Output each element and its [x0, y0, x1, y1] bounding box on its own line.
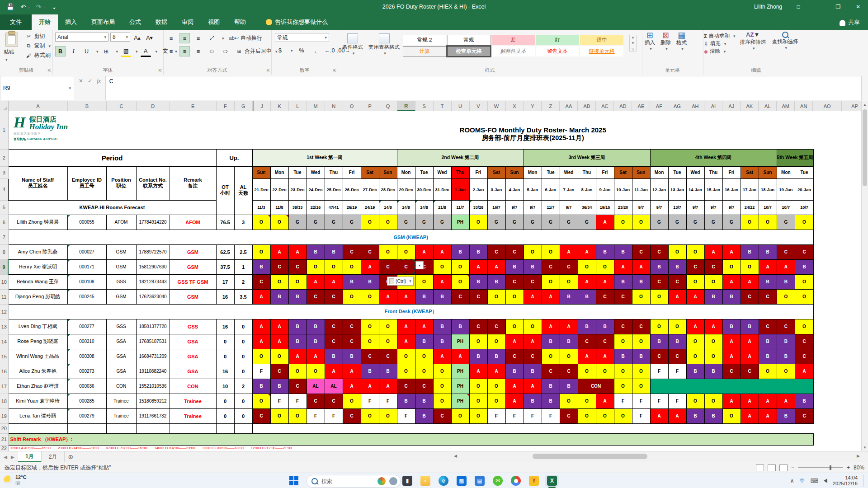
- column-header-AH[interactable]: AH: [686, 101, 704, 111]
- shift-cell[interactable]: G: [524, 215, 542, 230]
- shift-cell[interactable]: PH: [451, 334, 469, 349]
- shift-cell[interactable]: B: [524, 259, 542, 274]
- page-break-view-icon[interactable]: [779, 465, 788, 471]
- forecast-18-Jan[interactable]: 10/7: [759, 200, 777, 215]
- maximize-button[interactable]: ❐: [828, 0, 848, 14]
- column-header-AJ[interactable]: AJ: [722, 101, 741, 111]
- shift-cell[interactable]: B: [343, 349, 361, 364]
- shift-cell[interactable]: C: [288, 379, 307, 394]
- shift-cell[interactable]: O: [722, 259, 741, 274]
- forecast-27-Dec[interactable]: 24/19: [361, 200, 379, 215]
- shift-cell[interactable]: O: [795, 289, 814, 304]
- shift-cell[interactable]: B: [325, 349, 343, 364]
- staff-al[interactable]: 0: [234, 319, 252, 334]
- shift-cell[interactable]: A: [415, 244, 433, 259]
- shift-cell[interactable]: C: [759, 289, 777, 304]
- cell-style-好[interactable]: 好: [536, 35, 579, 45]
- shift-cell[interactable]: A: [596, 215, 614, 230]
- column-header-X[interactable]: X: [506, 101, 524, 111]
- row-header-6[interactable]: 6: [0, 215, 8, 230]
- dow-23-Dec[interactable]: Tue: [288, 166, 307, 178]
- shift-cell[interactable]: B: [795, 259, 814, 274]
- shift-cell[interactable]: C: [632, 319, 650, 334]
- shift-cell[interactable]: B: [596, 244, 614, 259]
- column-header-K[interactable]: K: [271, 101, 289, 111]
- shift-cell[interactable]: A: [343, 379, 361, 394]
- column-header-F[interactable]: F: [217, 101, 235, 111]
- insert-cells-button[interactable]: ⊞插入▾: [642, 30, 658, 53]
- scroll-down-icon[interactable]: ▼: [862, 444, 868, 451]
- shift-cell[interactable]: O: [469, 394, 487, 408]
- shift-cell[interactable]: O: [560, 274, 578, 289]
- staff-al[interactable]: 3: [234, 215, 252, 230]
- staff-position[interactable]: GSA: [106, 349, 136, 364]
- shift-cell[interactable]: O: [487, 289, 505, 304]
- date-8-Jan[interactable]: 8-Jan: [578, 178, 596, 200]
- shift-cell[interactable]: O: [795, 319, 814, 334]
- clipboard-dialog-launcher-icon[interactable]: ⇱: [47, 69, 51, 73]
- accounting-format-icon[interactable]: $: [275, 45, 285, 56]
- forecast-17-Jan[interactable]: 24/22: [741, 200, 759, 215]
- shift-cell[interactable]: O: [614, 215, 632, 230]
- shift-cell[interactable]: F: [487, 408, 505, 423]
- staff-name[interactable]: Django Peng 彭琨皓: [8, 289, 67, 304]
- shift-cell[interactable]: O: [433, 394, 451, 408]
- cell-style-检查单元格[interactable]: 检查单元格: [447, 46, 491, 56]
- shift-cell[interactable]: B: [397, 394, 415, 408]
- fill-button[interactable]: ⇩填充▾: [703, 40, 736, 47]
- shift-cell[interactable]: B: [578, 319, 596, 334]
- shift-cell[interactable]: C: [307, 289, 325, 304]
- shift-cell[interactable]: [650, 379, 813, 394]
- shift-cell[interactable]: O: [686, 394, 704, 408]
- staff-ot[interactable]: 0: [216, 408, 234, 423]
- row-header-12[interactable]: 12: [0, 304, 8, 319]
- date-12-Jan[interactable]: 12-Jan: [650, 178, 668, 200]
- shift-cell[interactable]: C: [397, 259, 415, 274]
- cut-button[interactable]: ✂剪切: [23, 32, 52, 41]
- shift-cell[interactable]: B: [560, 379, 578, 394]
- shift-cell[interactable]: C: [415, 379, 433, 394]
- save-icon[interactable]: 💾: [6, 3, 14, 10]
- shift-cell[interactable]: A: [686, 289, 704, 304]
- forecast-8-Jan[interactable]: 36/34: [578, 200, 596, 215]
- cell-style-常规 2[interactable]: 常规 2: [403, 35, 446, 45]
- shift-cell[interactable]: B: [270, 289, 288, 304]
- row-header-11[interactable]: 11: [0, 289, 8, 304]
- staff-position[interactable]: GSM: [106, 244, 136, 259]
- staff-position[interactable]: GSS: [106, 274, 136, 289]
- customize-qat-icon[interactable]: ⌄: [52, 3, 57, 10]
- shift-cell[interactable]: B: [361, 364, 379, 379]
- shift-cell[interactable]: C: [505, 274, 524, 289]
- shift-cell[interactable]: G: [542, 215, 560, 230]
- column-header-P[interactable]: P: [361, 101, 379, 111]
- row-header-13[interactable]: 13: [0, 319, 8, 334]
- dow-10-Jan[interactable]: Sat: [614, 166, 632, 178]
- shift-cell[interactable]: B: [650, 334, 668, 349]
- paste-options-button[interactable]: (Ctrl)▾: [387, 277, 414, 286]
- shift-cell[interactable]: B: [361, 274, 379, 289]
- shift-cell[interactable]: C: [668, 274, 686, 289]
- shift-cell[interactable]: G: [288, 215, 307, 230]
- staff-ot[interactable]: 16: [216, 319, 234, 334]
- staff-remark[interactable]: AFOM: [170, 215, 216, 230]
- date-28-Dec[interactable]: 28-Dec: [379, 178, 397, 200]
- shift-cell[interactable]: O: [361, 408, 379, 423]
- shift-cell[interactable]: F: [632, 394, 650, 408]
- staff-name[interactable]: Kimi Yuan 袁宇峥琦: [8, 394, 67, 408]
- forecast-6-Jan[interactable]: 11/7: [542, 200, 560, 215]
- shift-cell[interactable]: B: [759, 244, 777, 259]
- ribbon-tab-审阅[interactable]: 审阅: [175, 14, 201, 30]
- clear-button[interactable]: ◆清除▾: [703, 47, 736, 55]
- shift-cell[interactable]: G: [578, 215, 596, 230]
- dow-2-Jan[interactable]: Fri: [469, 166, 487, 178]
- shift-cell[interactable]: G: [704, 215, 722, 230]
- staff-contact[interactable]: 17685187531: [136, 334, 170, 349]
- column-header-AN[interactable]: AN: [795, 101, 813, 111]
- sheet-tab-2月[interactable]: 2月: [42, 451, 65, 462]
- shift-cell[interactable]: B: [759, 274, 777, 289]
- shift-cell[interactable]: F: [397, 408, 415, 423]
- dow-27-Dec[interactable]: Sat: [361, 166, 379, 178]
- shift-cell[interactable]: O: [433, 364, 451, 379]
- shift-cell[interactable]: B: [759, 349, 777, 364]
- shift-cell[interactable]: O: [741, 259, 759, 274]
